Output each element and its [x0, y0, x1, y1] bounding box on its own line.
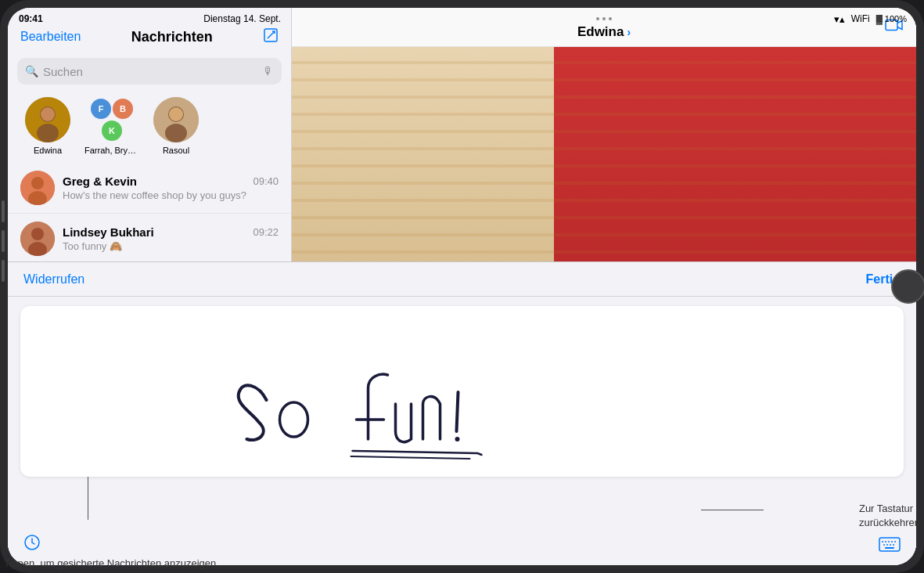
message-item-lindsey[interactable]: Lindsey Bukhari 09:22 Too funny 🙈 [8, 214, 291, 265]
annotation-text-right: Zur Tastaturzurückkehren [859, 502, 920, 530]
ipad-frame: 09:41 Dienstag 14. Sept. ▾▴ WiFi ▓ 100% … [0, 0, 924, 573]
search-icon: 🔍 [25, 65, 38, 77]
contact-name-edwina: Edwina [20, 146, 75, 155]
mic-icon[interactable]: 🎙 [263, 65, 274, 77]
chevron-right-icon: › [627, 26, 631, 38]
search-placeholder: Suchen [43, 65, 258, 78]
contact-name-group: Farrah, Bryan & ... [84, 146, 139, 155]
msg-content-greg: Greg & Kevin 09:40 How's the new coffee … [63, 175, 279, 202]
handwriting-toolbar: Widerrufen Fertig [8, 262, 916, 297]
handwriting-canvas[interactable] [20, 306, 904, 477]
msg-avatar-lindsey [20, 222, 55, 256]
avatar-group: F B K [89, 97, 135, 142]
edit-button[interactable]: Bearbeiten [20, 30, 81, 44]
annotation-line-left [88, 477, 88, 520]
msg-name-lindsey: Lindsey Bukhari [63, 225, 154, 239]
svg-rect-39 [879, 538, 900, 551]
msg-preview-lindsey: Too funny 🙈 [63, 240, 122, 252]
status-time: 09:41 [19, 13, 43, 24]
header-dots [596, 17, 612, 20]
home-button[interactable] [891, 269, 924, 304]
svg-point-8 [169, 107, 183, 121]
pinned-contact-edwina[interactable]: Edwina [20, 97, 75, 155]
svg-point-4 [41, 107, 55, 121]
msg-time-lindsey: 09:22 [253, 226, 279, 238]
message-item-greg[interactable]: Greg & Kevin 09:40 How's the new coffee … [8, 163, 291, 214]
avatar-edwina [25, 97, 70, 142]
undo-button[interactable]: Widerrufen [23, 272, 84, 286]
pinned-contact-rasoul[interactable]: Rasoul [149, 97, 203, 155]
svg-point-3 [37, 124, 59, 142]
msg-avatar-greg [20, 171, 55, 205]
ipad-screen: 09:41 Dienstag 14. Sept. ▾▴ WiFi ▓ 100% … [8, 8, 916, 565]
contact-name-label: Edwina [577, 24, 624, 40]
sidebar-title: Nachrichten [131, 29, 213, 45]
status-date: Dienstag 14. Sept. [203, 13, 281, 24]
msg-time-greg: 09:40 [253, 175, 279, 187]
chat-contact-name[interactable]: Edwina › [577, 24, 631, 40]
svg-point-7 [165, 124, 187, 142]
volume-buttons [2, 200, 5, 282]
wifi-bars: WiFi [851, 13, 870, 24]
svg-line-36 [457, 392, 458, 431]
annotation-text-left: Tippen, um gesicherte Nachrichten anzuze… [4, 557, 216, 569]
svg-point-37 [455, 437, 460, 441]
wifi-icon: ▾▴ [834, 13, 845, 25]
svg-point-10 [31, 177, 44, 189]
pinned-contact-group[interactable]: F B K Farrah, Bryan & ... [84, 97, 139, 155]
msg-name-greg: Greg & Kevin [63, 175, 137, 188]
avatar-rasoul [153, 97, 199, 142]
msg-preview-greg: How's the new coffee shop by you guys? [63, 189, 246, 201]
compose-button[interactable] [263, 27, 279, 47]
pinned-contacts: Edwina F B K Farrah, Bryan & ... [8, 89, 291, 163]
saved-messages-button[interactable] [23, 534, 41, 556]
annotation-line-right [701, 510, 764, 510]
msg-content-lindsey: Lindsey Bukhari 09:22 Too funny 🙈 [63, 225, 279, 253]
handwriting-area: Widerrufen Fertig [8, 261, 916, 565]
search-bar[interactable]: 🔍 Suchen 🎙 [17, 58, 282, 85]
svg-point-13 [31, 228, 44, 240]
svg-point-34 [280, 402, 308, 437]
battery-icon: ▓ 100% [876, 14, 907, 23]
keyboard-button[interactable] [879, 537, 901, 553]
contact-name-rasoul: Rasoul [149, 146, 203, 155]
handwriting-svg [20, 306, 904, 477]
